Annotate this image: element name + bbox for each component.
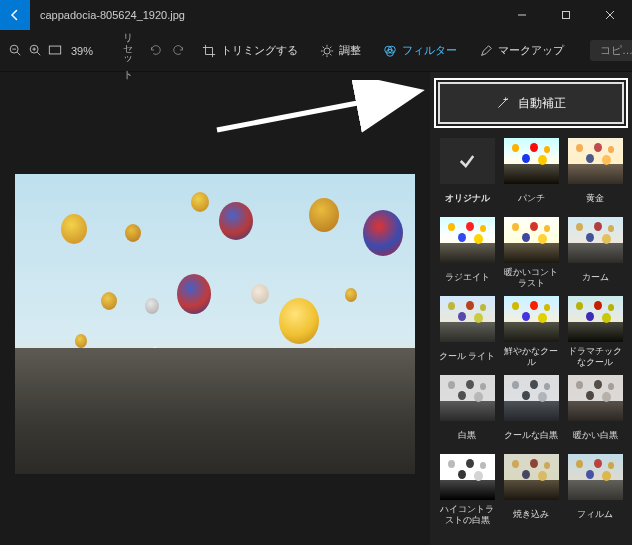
markup-button[interactable]: マークアップ xyxy=(473,39,570,62)
filter-item-original[interactable]: オリジナル xyxy=(438,138,496,209)
crop-icon xyxy=(202,44,216,58)
back-button[interactable] xyxy=(0,0,30,30)
filter-item-coolbw[interactable]: クールな白黒 xyxy=(502,375,560,446)
svg-line-6 xyxy=(37,52,40,55)
filter-label: オリジナル xyxy=(445,188,490,209)
filter-item-radiate[interactable]: ラジエイト xyxy=(438,217,496,288)
filter-thumb xyxy=(504,375,559,421)
svg-rect-9 xyxy=(49,46,60,54)
minimize-button[interactable] xyxy=(500,0,544,30)
filter-item-warmcon[interactable]: 暖かいコントラスト xyxy=(502,217,560,288)
window-title: cappadocia-805624_1920.jpg xyxy=(30,9,500,21)
filter-label: フィルター xyxy=(402,43,457,58)
maximize-button[interactable] xyxy=(544,0,588,30)
adjust-label: 調整 xyxy=(339,43,361,58)
filter-item-dramcool[interactable]: ドラマチックなクール xyxy=(566,296,624,367)
filter-thumb xyxy=(440,296,495,342)
adjust-icon xyxy=(320,44,334,58)
filter-item-vivcool[interactable]: 鮮やかなクール xyxy=(502,296,560,367)
filter-label: ハイコントラストの白黒 xyxy=(438,504,496,525)
canvas-area xyxy=(0,72,430,545)
filter-item-punch[interactable]: パンチ xyxy=(502,138,560,209)
filter-label: カーム xyxy=(582,267,609,288)
filter-item-hcbw[interactable]: ハイコントラストの白黒 xyxy=(438,454,496,525)
filter-thumb xyxy=(440,454,495,500)
crop-button[interactable]: トリミングする xyxy=(196,39,304,62)
filter-thumb xyxy=(568,138,623,184)
filter-item-film[interactable]: フィルム xyxy=(566,454,624,525)
fit-icon[interactable] xyxy=(48,44,62,58)
filter-thumb xyxy=(504,296,559,342)
filter-item-bw[interactable]: 白黒 xyxy=(438,375,496,446)
filter-item-warmbw[interactable]: 暖かい白黒 xyxy=(566,375,624,446)
filter-thumb xyxy=(440,375,495,421)
filter-label: クールな白黒 xyxy=(504,425,558,446)
filter-item-cooll[interactable]: クール ライト xyxy=(438,296,496,367)
copy-button[interactable]: コピ… xyxy=(590,40,632,61)
filter-label: 暖かいコントラスト xyxy=(502,267,560,288)
auto-enhance-button[interactable]: 自動補正 xyxy=(438,82,624,124)
zoom-controls: 39% xyxy=(8,43,96,59)
undo-icon[interactable] xyxy=(148,43,162,59)
filter-label: 暖かい白黒 xyxy=(573,425,618,446)
zoom-out-icon[interactable] xyxy=(8,43,22,59)
filter-label: ドラマチックなクール xyxy=(566,346,624,367)
filter-panel: 自動補正 オリジナルパンチ黄金ラジエイト暖かいコントラストカームクール ライト鮮… xyxy=(430,72,632,545)
filter-label: 白黒 xyxy=(458,425,476,446)
zoom-in-icon[interactable] xyxy=(28,43,42,59)
filter-item-golden[interactable]: 黄金 xyxy=(566,138,624,209)
wand-icon xyxy=(496,96,510,110)
adjust-button[interactable]: 調整 xyxy=(314,39,367,62)
filter-thumb xyxy=(504,217,559,263)
filter-thumb xyxy=(568,217,623,263)
svg-rect-1 xyxy=(563,12,570,19)
filter-thumb xyxy=(504,138,559,184)
filter-item-calm[interactable]: カーム xyxy=(566,217,624,288)
filter-thumb xyxy=(568,454,623,500)
svg-point-10 xyxy=(324,47,330,53)
copy-label: コピ… xyxy=(600,43,632,58)
auto-enhance-label: 自動補正 xyxy=(518,95,566,112)
filter-icon xyxy=(383,44,397,58)
titlebar: cappadocia-805624_1920.jpg xyxy=(0,0,632,30)
svg-line-3 xyxy=(17,52,20,55)
filter-label: クール ライト xyxy=(439,346,496,367)
reset-button[interactable]: リセット xyxy=(116,26,138,75)
filter-item-burn[interactable]: 焼き込み xyxy=(502,454,560,525)
close-button[interactable] xyxy=(588,0,632,30)
filter-label: 焼き込み xyxy=(513,504,549,525)
filter-thumb xyxy=(504,454,559,500)
filter-label: ラジエイト xyxy=(445,267,490,288)
filter-label: 黄金 xyxy=(586,188,604,209)
markup-label: マークアップ xyxy=(498,43,564,58)
filter-label: フィルム xyxy=(577,504,613,525)
crop-label: トリミングする xyxy=(221,43,298,58)
filter-thumb xyxy=(568,296,623,342)
filter-label: 鮮やかなクール xyxy=(502,346,560,367)
filter-button[interactable]: フィルター xyxy=(377,39,463,62)
filter-grid: オリジナルパンチ黄金ラジエイト暖かいコントラストカームクール ライト鮮やかなクー… xyxy=(438,138,624,525)
markup-icon xyxy=(479,44,493,58)
image-canvas[interactable] xyxy=(15,174,415,474)
redo-icon[interactable] xyxy=(172,43,186,59)
filter-thumb xyxy=(568,375,623,421)
toolbar: 39% リセット トリミングする 調整 フィルター マークアップ コピ… キャン… xyxy=(0,30,632,72)
filter-thumb xyxy=(440,217,495,263)
zoom-percent: 39% xyxy=(68,45,96,57)
filter-label: パンチ xyxy=(518,188,545,209)
check-icon xyxy=(457,151,477,171)
workspace: 自動補正 オリジナルパンチ黄金ラジエイト暖かいコントラストカームクール ライト鮮… xyxy=(0,72,632,545)
filter-thumb xyxy=(440,138,495,184)
